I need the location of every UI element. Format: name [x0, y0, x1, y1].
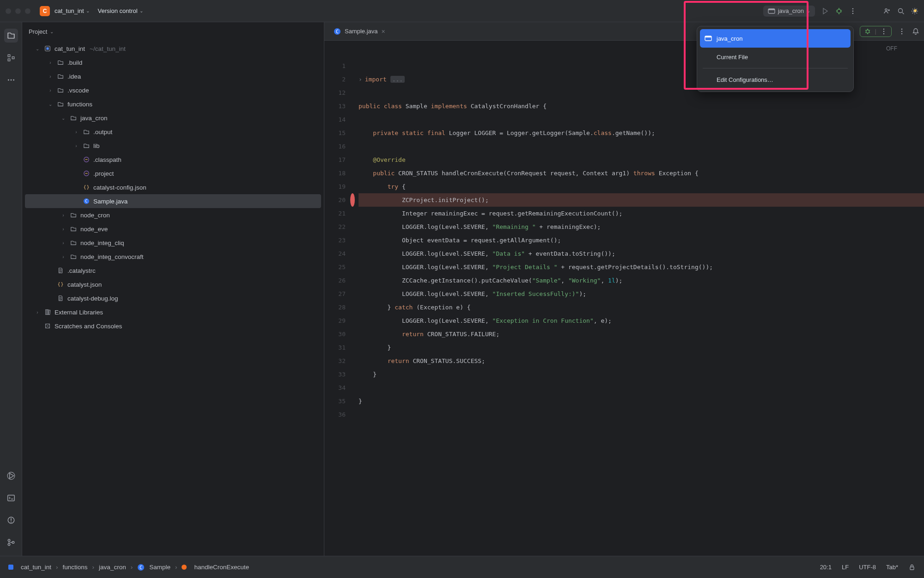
tree-row[interactable]: ›.output: [25, 125, 321, 139]
crumb[interactable]: functions: [63, 564, 88, 571]
tree-row[interactable]: CSample.java: [25, 194, 321, 208]
tree-row[interactable]: .catalystrc: [25, 264, 321, 277]
terminal-tool-button[interactable]: [4, 491, 18, 505]
minimize-window[interactable]: [15, 8, 21, 14]
edit-configurations[interactable]: Edit Configurations…: [700, 70, 851, 89]
tree-twisty[interactable]: ›: [73, 129, 79, 135]
file-encoding[interactable]: UTF-8: [859, 564, 876, 571]
tree-row[interactable]: ›lib: [25, 139, 321, 153]
tree-twisty[interactable]: ⌄: [34, 46, 41, 51]
zoom-window[interactable]: [25, 8, 30, 14]
close-icon[interactable]: ×: [382, 28, 385, 35]
more-icon[interactable]: [880, 28, 888, 35]
lib-icon: [43, 309, 52, 315]
tree-twisty[interactable]: ›: [73, 143, 79, 148]
run-icon[interactable]: [821, 7, 829, 15]
more-icon[interactable]: [898, 28, 906, 35]
crumb[interactable]: java_cron: [99, 564, 126, 571]
line-separator[interactable]: LF: [842, 564, 849, 571]
tree-label: .build: [67, 59, 82, 66]
settings-icon[interactable]: [911, 7, 918, 15]
svg-point-3: [852, 8, 854, 9]
run-config-selector[interactable]: java_cron ⌄: [763, 6, 815, 17]
tree-label: .vscode: [67, 87, 89, 94]
project-badge: C: [40, 6, 50, 16]
notifications-icon[interactable]: [912, 28, 919, 35]
indent-settings[interactable]: Tab*: [886, 564, 898, 571]
breakpoint-gutter[interactable]: [349, 55, 356, 556]
breadcrumb[interactable]: cat_tun_int › functions › java_cron › C …: [8, 564, 249, 571]
tree-twisty[interactable]: ›: [47, 74, 54, 79]
close-window[interactable]: [6, 8, 11, 14]
tree-label: lib: [93, 142, 100, 149]
tree-row[interactable]: ⌄functions: [25, 97, 321, 111]
run-config-item-current-file[interactable]: Current File: [700, 48, 851, 66]
crumb[interactable]: handleCronExecute: [194, 564, 249, 571]
tree-row[interactable]: catalyst.json: [25, 277, 321, 291]
run-config-item-java-cron[interactable]: java_cron: [700, 29, 851, 48]
project-tree[interactable]: ⌄cat_tun_int~/cat_tun_int›.build›.idea›.…: [22, 41, 324, 333]
readonly-lock-icon[interactable]: [908, 564, 916, 571]
tree-twisty[interactable]: ›: [47, 88, 54, 93]
cursor-position[interactable]: 20:1: [820, 564, 832, 571]
inspection-level-label[interactable]: OFF: [886, 45, 897, 55]
vcs-dropdown[interactable]: Version control ⌄: [98, 7, 143, 14]
run-config-name: java_cron: [778, 7, 804, 14]
tree-row[interactable]: ›.idea: [25, 69, 321, 83]
tree-row[interactable]: ›.vscode: [25, 83, 321, 97]
tab-sample-java[interactable]: C Sample.java ×: [329, 25, 390, 38]
breakpoint-icon[interactable]: [350, 193, 355, 207]
tree-label: .output: [93, 129, 112, 135]
services-tool-button[interactable]: [4, 469, 18, 483]
tree-row[interactable]: ›node_integ_convocraft: [25, 250, 321, 264]
svg-rect-30: [49, 310, 50, 315]
project-dropdown[interactable]: cat_tun_int ⌄: [55, 7, 90, 14]
tree-twisty[interactable]: ⌄: [47, 102, 54, 107]
statusbar: cat_tun_int › functions › java_cron › C …: [0, 556, 924, 578]
tree-row[interactable]: ›node_integ_cliq: [25, 236, 321, 250]
tree-row[interactable]: ›node_cron: [25, 208, 321, 222]
tree-twisty[interactable]: ›: [60, 240, 67, 246]
svg-point-7: [899, 8, 903, 12]
tree-twisty[interactable]: ›: [47, 60, 54, 65]
tree-twisty[interactable]: ⌄: [60, 116, 67, 121]
more-tool-button[interactable]: [4, 73, 18, 87]
tree-twisty[interactable]: ›: [60, 213, 67, 218]
more-icon[interactable]: [849, 7, 857, 15]
structure-tool-button[interactable]: [4, 51, 18, 65]
problems-tool-button[interactable]: [4, 513, 18, 527]
search-icon[interactable]: [897, 7, 905, 15]
crumb[interactable]: cat_tun_int: [21, 564, 51, 571]
tree-label: .classpath: [93, 156, 122, 163]
tree-row[interactable]: catalyst-debug.log: [25, 291, 321, 305]
tree-row[interactable]: Scratches and Consoles: [25, 319, 321, 333]
tree-twisty[interactable]: ›: [60, 254, 67, 259]
code-editor[interactable]: 1212131415161718192021222324252627282930…: [324, 55, 924, 556]
crumb[interactable]: Sample: [149, 564, 170, 571]
svg-text:C: C: [336, 29, 339, 34]
tree-label: catalyst-config.json: [93, 184, 146, 191]
tree-row[interactable]: .classpath: [25, 153, 321, 166]
git-tool-button[interactable]: [4, 535, 18, 549]
tree-row[interactable]: ⌄cat_tun_int~/cat_tun_int: [25, 42, 321, 55]
tree-twisty[interactable]: ›: [34, 310, 41, 315]
svg-point-37: [883, 33, 884, 34]
code-with-me-icon[interactable]: [883, 7, 891, 15]
code-content[interactable]: import ... public class Sample implement…: [356, 55, 924, 556]
tree-row[interactable]: ›node_eve: [25, 222, 321, 236]
inline-run-widget[interactable]: |: [860, 26, 892, 37]
folder-icon: [56, 73, 65, 80]
svg-point-39: [901, 31, 903, 32]
tree-row[interactable]: .project: [25, 166, 321, 180]
tree-row[interactable]: ⌄java_cron: [25, 111, 321, 125]
project-tool-button[interactable]: [4, 29, 18, 43]
debug-icon: [864, 28, 871, 35]
svg-text:C: C: [85, 199, 87, 203]
chevron-right-icon: ›: [175, 564, 177, 571]
tree-row[interactable]: catalyst-config.json: [25, 180, 321, 194]
tree-row[interactable]: ›External Libraries: [25, 305, 321, 319]
tree-row[interactable]: ›.build: [25, 55, 321, 69]
debug-icon[interactable]: [835, 7, 843, 15]
tree-twisty[interactable]: ›: [60, 227, 67, 232]
project-panel-header[interactable]: Project ⌄: [22, 22, 324, 41]
